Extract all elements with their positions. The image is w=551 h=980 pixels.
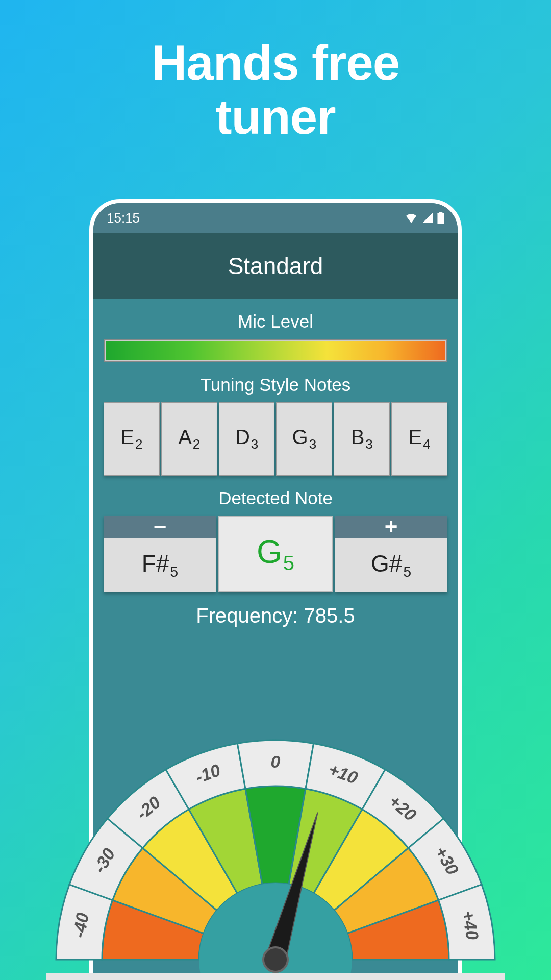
detected-center-note: G5 — [218, 516, 333, 592]
minus-icon: − — [104, 516, 216, 538]
tuning-note-button[interactable]: E4 — [391, 402, 447, 476]
tuning-note-button[interactable]: E2 — [104, 402, 160, 476]
content-area: Mic Level Tuning Style Notes E2 A2 D3 G3… — [93, 299, 458, 640]
mic-level-fill — [106, 341, 445, 360]
status-icons — [405, 212, 444, 224]
gauge-dial: -40-30-20-100+10+20+30+40 — [51, 735, 500, 975]
battery-icon — [437, 212, 444, 224]
detected-note-label: Detected Note — [104, 488, 447, 508]
tuning-note-button[interactable]: D3 — [219, 402, 275, 476]
tuning-notes-row: E2 A2 D3 G3 B3 E4 — [104, 402, 447, 476]
svg-rect-1 — [439, 212, 443, 213]
gauge-base-bar — [46, 973, 505, 980]
signal-icon — [422, 213, 433, 223]
cents-gauge: -40-30-20-100+10+20+30+40 — [46, 735, 505, 980]
detected-lower: − F#5 — [104, 516, 216, 592]
wifi-icon — [405, 213, 418, 223]
detected-lower-note: F#5 — [104, 538, 216, 592]
svg-rect-0 — [437, 213, 444, 224]
hero-title: Hands free tuner — [0, 0, 551, 143]
svg-text:0: 0 — [271, 752, 281, 771]
status-bar: 15:15 — [93, 203, 458, 233]
mic-level-meter — [104, 339, 447, 362]
tuning-mode-header[interactable]: Standard — [93, 233, 458, 299]
tuning-note-button[interactable]: A2 — [161, 402, 217, 476]
tuning-note-button[interactable]: G3 — [276, 402, 332, 476]
detected-note-row: − F#5 G5 + G#5 — [104, 516, 447, 592]
frequency-readout: Frequency: 785.5 — [104, 604, 447, 627]
detected-upper-note: G#5 — [335, 538, 447, 592]
tuning-notes-label: Tuning Style Notes — [104, 375, 447, 395]
plus-icon: + — [335, 516, 447, 538]
detected-upper: + G#5 — [335, 516, 447, 592]
tuning-note-button[interactable]: B3 — [334, 402, 390, 476]
mic-level-label: Mic Level — [104, 311, 447, 332]
status-time: 15:15 — [107, 210, 140, 226]
